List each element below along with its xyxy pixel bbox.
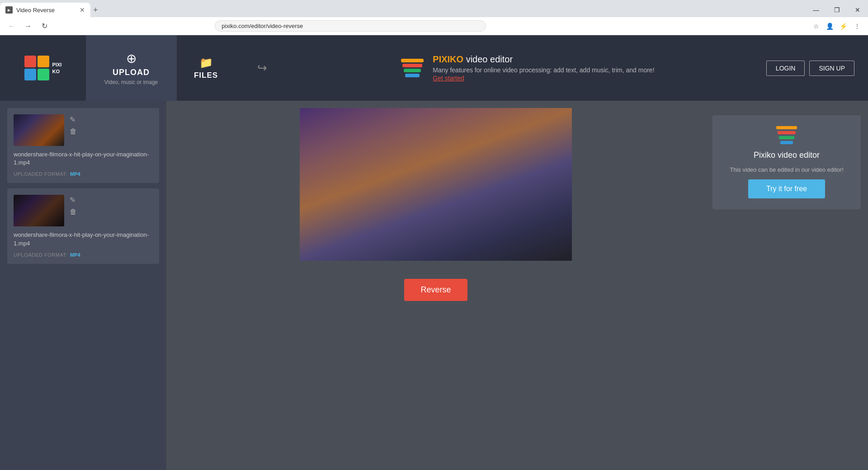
file-thumbnail xyxy=(14,114,64,146)
file-card-top: ✎ 🗑 xyxy=(14,114,153,146)
logo-area: PIXI KO xyxy=(0,35,86,101)
close-button[interactable]: ✕ xyxy=(847,3,868,17)
delete-icon[interactable]: 🗑 xyxy=(70,208,77,216)
minimize-button[interactable]: — xyxy=(806,3,826,17)
format-label: UPLOADED FORMAT: xyxy=(14,252,67,258)
get-started-link[interactable]: Get started xyxy=(433,75,464,82)
promo-brand: PIXIKO xyxy=(433,54,463,64)
try-free-button[interactable]: Try it for free xyxy=(748,179,825,198)
file-actions: ✎ 🗑 xyxy=(70,114,77,136)
right-panel: Pixiko video editor This video can be ed… xyxy=(705,101,868,470)
logo-text: PIXI KO xyxy=(52,61,62,75)
menu-icon[interactable]: ⋮ xyxy=(852,21,863,32)
profile-icon[interactable]: 👤 xyxy=(825,21,835,32)
stack-layer-2 xyxy=(402,64,422,67)
main-content: ✎ 🗑 wondershare-filmora-x-hit-play-on-yo… xyxy=(0,101,868,470)
logo-pixels xyxy=(24,56,50,81)
file-name: wondershare-filmora-x-hit-play-on-your-i… xyxy=(14,231,153,247)
sidebar: ✎ 🗑 wondershare-filmora-x-hit-play-on-yo… xyxy=(0,101,166,470)
promo-description: Many features for online video processin… xyxy=(433,66,654,74)
file-card[interactable]: ✎ 🗑 wondershare-filmora-x-hit-play-on-yo… xyxy=(7,108,159,183)
file-thumbnail xyxy=(14,195,64,226)
promo-logo xyxy=(401,59,424,77)
logo: PIXI KO xyxy=(24,56,62,81)
upload-icon: ⊕ xyxy=(126,51,137,66)
stack-layer-3 xyxy=(404,69,421,72)
restore-button[interactable]: ❐ xyxy=(826,3,847,17)
bookmark-icon[interactable]: ☆ xyxy=(811,21,822,32)
edit-icon[interactable]: ✎ xyxy=(70,196,77,204)
upload-subtitle: Video, music or image xyxy=(104,79,158,85)
promo-area: PIXIKO video editor Many features for on… xyxy=(289,54,766,82)
stack-icon-layer-3 xyxy=(779,136,794,139)
extensions-icon[interactable]: ⚡ xyxy=(838,21,849,32)
share-button[interactable]: ↪ xyxy=(235,35,289,101)
browser-tab[interactable]: ▶ Video Reverse ✕ xyxy=(0,3,90,17)
upload-button[interactable]: ⊕ UPLOAD Video, music or image xyxy=(86,35,176,101)
app-header: PIXI KO ⊕ UPLOAD Video, music or image 📁… xyxy=(0,35,868,101)
file-name: wondershare-filmora-x-hit-play-on-your-i… xyxy=(14,150,153,167)
stack-layer-1 xyxy=(401,59,424,62)
file-format-row: UPLOADED FORMAT: MP4 xyxy=(14,252,153,258)
address-bar-input[interactable]: pixiko.com/editor/video-reverse xyxy=(215,20,486,32)
logo-pixel-green xyxy=(38,69,49,80)
logo-pixel-red xyxy=(24,56,36,67)
back-button[interactable]: ← xyxy=(5,20,18,33)
stack-layer-4 xyxy=(405,74,420,77)
files-icon: 📁 xyxy=(199,56,213,69)
stack-icon-layer-1 xyxy=(776,126,797,129)
file-actions: ✎ 🗑 xyxy=(70,195,77,216)
video-frame xyxy=(300,108,572,261)
auth-buttons: LOGIN SIGN UP xyxy=(766,61,854,76)
promo-rest: video editor xyxy=(463,54,513,64)
login-button[interactable]: LOGIN xyxy=(766,61,805,76)
tab-close-button[interactable]: ✕ xyxy=(80,6,85,14)
reverse-button[interactable]: Reverse xyxy=(404,279,467,301)
format-value: MP4 xyxy=(70,171,80,177)
file-card[interactable]: ✎ 🗑 wondershare-filmora-x-hit-play-on-yo… xyxy=(7,188,159,263)
stack-icon-layer-2 xyxy=(778,131,796,134)
refresh-button[interactable]: ↻ xyxy=(38,20,51,33)
files-label: FILES xyxy=(194,71,218,80)
forward-button[interactable]: → xyxy=(22,20,34,33)
promo-stack-icon xyxy=(776,126,797,144)
file-card-top: ✎ 🗑 xyxy=(14,195,153,226)
tab-favicon: ▶ xyxy=(5,6,13,14)
upload-label: UPLOAD xyxy=(113,68,150,77)
video-preview xyxy=(300,108,572,261)
stack-icon-layer-4 xyxy=(780,141,793,144)
edit-icon[interactable]: ✎ xyxy=(70,115,77,124)
files-button[interactable]: 📁 FILES xyxy=(176,35,235,101)
format-value: MP4 xyxy=(70,252,80,258)
editor-promo-description: This video can be edited in our video ed… xyxy=(730,166,844,173)
tab-title: Video Reverse xyxy=(16,7,74,14)
logo-pixel-blue xyxy=(24,69,36,80)
new-tab-button[interactable]: + xyxy=(93,6,98,14)
promo-text: PIXIKO video editor Many features for on… xyxy=(433,54,654,82)
file-format-row: UPLOADED FORMAT: MP4 xyxy=(14,171,153,177)
share-icon: ↪ xyxy=(257,61,267,75)
stack-icon xyxy=(401,59,424,77)
editor-promo-card: Pixiko video editor This video can be ed… xyxy=(712,115,861,209)
video-area: Reverse xyxy=(166,101,705,470)
format-label: UPLOADED FORMAT: xyxy=(14,171,67,177)
logo-pixel-yellow xyxy=(38,56,49,67)
promo-title: PIXIKO video editor xyxy=(433,54,654,65)
editor-promo-title: Pixiko video editor xyxy=(754,150,820,160)
signup-button[interactable]: SIGN UP xyxy=(809,61,854,76)
thumb-image xyxy=(14,195,64,226)
delete-icon[interactable]: 🗑 xyxy=(70,127,77,136)
thumb-image xyxy=(14,114,64,146)
